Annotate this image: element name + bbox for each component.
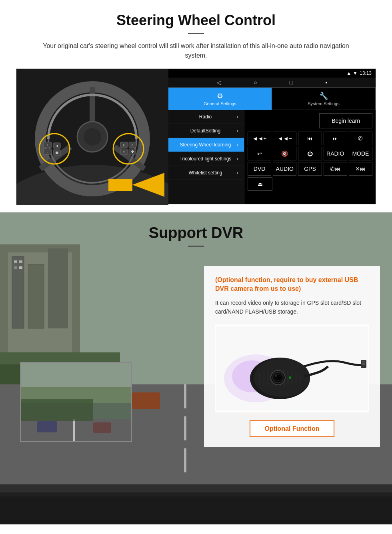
dvr-camera-svg xyxy=(216,326,368,410)
steering-wheel-svg: + - ◄ ☎ ▷ ≡ ○ ✤ xyxy=(16,69,168,205)
call-btn[interactable]: ✆ xyxy=(349,132,372,145)
dvr-heading-area: Support DVR xyxy=(0,212,392,262)
status-time: 13:13 xyxy=(360,70,372,76)
dvr-body: (Optional function, require to buy exter… xyxy=(0,266,392,466)
vol-up-btn[interactable]: ◄◄+ xyxy=(248,132,271,145)
chevron-icon-5: › xyxy=(237,170,238,176)
svg-text:+: + xyxy=(47,143,49,147)
menu-default-label: DefaultSetting xyxy=(174,128,237,134)
svg-point-7 xyxy=(84,128,101,146)
gps-icon: GPS xyxy=(304,166,316,172)
tab-system-label: System Settings xyxy=(308,101,339,106)
mode-btn[interactable]: MODE xyxy=(349,147,372,160)
audio-btn[interactable]: AUDIO xyxy=(273,162,296,176)
tel-prev-icon: ✆⏮ xyxy=(330,166,340,172)
optional-function-area: Optional Function xyxy=(215,417,369,437)
control-grid-row3: DVD AUDIO GPS ✆⏮ ✕⏭ xyxy=(248,162,372,176)
status-icons: ▲ ▼ xyxy=(346,70,358,76)
dvr-thumbnail xyxy=(20,362,132,442)
svg-text:≡: ≡ xyxy=(123,150,125,154)
vol-up-icon: ◄◄+ xyxy=(252,135,267,142)
mute-btn[interactable]: 🔇 xyxy=(273,147,296,160)
dvr-left-area xyxy=(12,266,196,466)
tel-next-icon: ✕⏭ xyxy=(355,166,366,172)
steering-demo: + - ◄ ☎ ▷ ≡ ○ ✤ xyxy=(16,68,376,204)
dvr-description: It can record video only to storage in G… xyxy=(215,298,369,316)
settings-tabs: ⚙ General Settings 🔧 System Settings xyxy=(168,88,376,110)
vol-down-icon: ◄◄− xyxy=(278,135,292,142)
control-grid-row4: ⏏ xyxy=(248,177,372,191)
android-screen: ▲ ▼ 13:13 ◁ ○ □ ▪ ⚙ General Settings 🔧 xyxy=(168,69,376,204)
nav-bar: ◁ ○ □ ▪ xyxy=(168,78,376,88)
gps-btn[interactable]: GPS xyxy=(298,162,322,176)
back-btn[interactable]: ↩ xyxy=(248,147,271,160)
radio-icon: RADIO xyxy=(326,150,344,157)
steering-title: Steering Wheel Control xyxy=(16,12,376,29)
menu-list: Radio › DefaultSetting › Steering Wheel … xyxy=(168,110,244,204)
back-icon: ↩ xyxy=(257,150,262,157)
next-btn[interactable]: ⏭ xyxy=(324,132,347,145)
eject-btn[interactable]: ⏏ xyxy=(248,177,272,191)
dvr-camera-image xyxy=(215,324,369,412)
radio-btn[interactable]: RADIO xyxy=(324,147,347,160)
tab-general-label: General Settings xyxy=(204,101,236,106)
tab-general-settings[interactable]: ⚙ General Settings xyxy=(168,88,272,110)
menu-radio-label: Radio xyxy=(174,114,237,120)
content-area: Radio › DefaultSetting › Steering Wheel … xyxy=(168,110,376,204)
svg-text:☎: ☎ xyxy=(55,151,59,154)
steering-section: Steering Wheel Control Your original car… xyxy=(0,0,392,212)
system-icon: 🔧 xyxy=(319,92,328,100)
dvd-icon: DVD xyxy=(254,166,266,172)
svg-rect-50 xyxy=(0,484,392,496)
begin-learn-button[interactable]: Begin learn xyxy=(319,113,372,128)
dvr-thumbnail-svg xyxy=(21,363,132,442)
tel-prev-btn[interactable]: ✆⏮ xyxy=(324,162,347,176)
chevron-icon-2: › xyxy=(237,128,238,134)
mode-icon: MODE xyxy=(352,150,369,157)
svg-rect-27 xyxy=(108,179,132,191)
dvd-btn[interactable]: DVD xyxy=(248,162,271,176)
menu-item-whitelist[interactable]: Whitelist setting › xyxy=(168,166,244,180)
svg-text:✤: ✤ xyxy=(131,150,134,154)
vol-down-btn[interactable]: ◄◄− xyxy=(273,132,296,145)
svg-point-81 xyxy=(275,374,277,377)
svg-text:-: - xyxy=(47,150,48,154)
svg-point-82 xyxy=(289,376,291,379)
control-grid-row1: ◄◄+ ◄◄− ⏮ ⏭ ✆ xyxy=(248,132,372,145)
status-bar: ▲ ▼ 13:13 xyxy=(168,69,376,78)
call-icon: ✆ xyxy=(358,135,363,142)
audio-icon: AUDIO xyxy=(276,166,294,172)
chevron-icon-3: › xyxy=(237,142,238,148)
steering-photo: + - ◄ ☎ ▷ ≡ ○ ✤ xyxy=(16,69,168,205)
title-divider-1 xyxy=(188,33,204,34)
begin-learn-row: Begin learn xyxy=(248,113,372,128)
signal-icon: ▲ xyxy=(346,70,351,76)
svg-rect-58 xyxy=(21,399,93,421)
mute-icon: 🔇 xyxy=(281,150,288,157)
nav-home-icon[interactable]: ○ xyxy=(254,79,257,86)
power-btn[interactable]: ⏻ xyxy=(298,147,322,160)
control-grid-row2: ↩ 🔇 ⏻ RADIO MODE xyxy=(248,147,372,160)
nav-recent-icon[interactable]: □ xyxy=(290,79,293,86)
prev-icon: ⏮ xyxy=(307,135,313,142)
svg-rect-57 xyxy=(93,422,111,433)
menu-item-radio[interactable]: Radio › xyxy=(168,110,244,124)
menu-item-tricoloured[interactable]: Tricoloured light settings › xyxy=(168,152,244,166)
prev-btn[interactable]: ⏮ xyxy=(298,132,322,145)
menu-steering-label: Steering Wheel learning xyxy=(174,142,237,148)
menu-item-default[interactable]: DefaultSetting › xyxy=(168,124,244,138)
eject-icon: ⏏ xyxy=(258,181,263,187)
optional-function-button[interactable]: Optional Function xyxy=(250,420,335,437)
dvr-optional-text: (Optional function, require to buy exter… xyxy=(215,276,369,294)
svg-rect-49 xyxy=(0,492,392,524)
menu-item-steering[interactable]: Steering Wheel learning › xyxy=(168,138,244,152)
nav-menu-icon[interactable]: ▪ xyxy=(325,79,327,86)
nav-back-icon[interactable]: ◁ xyxy=(217,79,221,86)
wifi-icon: ▼ xyxy=(353,70,358,76)
title-divider-2 xyxy=(188,246,204,247)
dvr-section: Support DVR xyxy=(0,212,392,524)
tel-next-btn[interactable]: ✕⏭ xyxy=(349,162,372,176)
tab-system-settings[interactable]: 🔧 System Settings xyxy=(272,88,376,110)
menu-tricoloured-label: Tricoloured light settings xyxy=(174,156,237,162)
power-icon: ⏻ xyxy=(307,150,313,157)
